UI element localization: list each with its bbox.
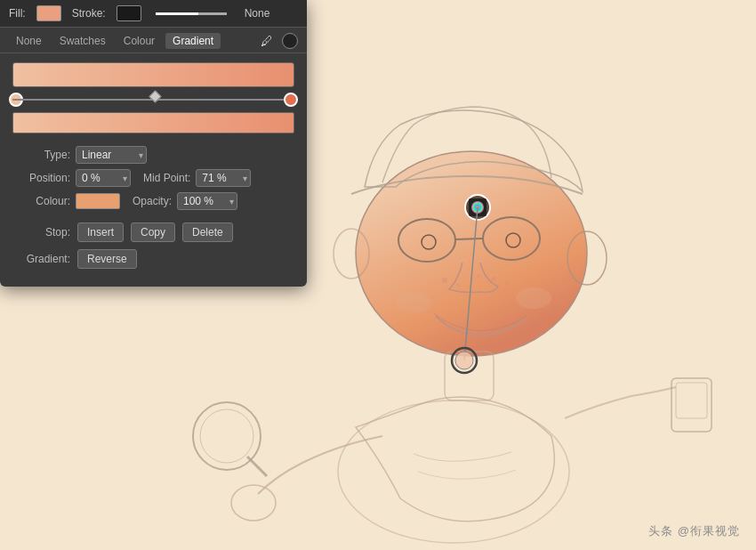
svg-point-22: [505, 281, 509, 285]
color-circle-icon[interactable]: [282, 33, 298, 49]
fill-label: Fill:: [9, 7, 26, 20]
gradient-preview-bar[interactable]: [12, 62, 294, 87]
position-midpoint-row: Position: 0 % 50 % 100 % Mid Point: 71 %…: [12, 169, 294, 187]
gradient-slider-line: [12, 99, 294, 101]
type-select-wrapper: Linear Radial: [76, 146, 147, 164]
insert-button[interactable]: Insert: [77, 222, 124, 242]
stroke-label: Stroke:: [72, 7, 106, 20]
gradient-panel: Fill: Stroke: None None Swatches Colour …: [0, 0, 307, 287]
gradient-midpoint-marker[interactable]: [149, 90, 161, 102]
position-select[interactable]: 0 % 50 % 100 %: [76, 169, 131, 187]
copy-button[interactable]: Copy: [131, 222, 175, 242]
tab-colour[interactable]: Colour: [117, 33, 162, 49]
opacity-select-wrapper: 100 % 50 % 0 %: [177, 192, 237, 210]
stroke-weight-slider[interactable]: [156, 12, 227, 15]
colour-label: Colour:: [12, 195, 70, 207]
reverse-button[interactable]: Reverse: [77, 249, 137, 269]
midpoint-select-wrapper: 71 % 50 %: [196, 169, 251, 187]
svg-point-20: [456, 283, 460, 287]
stroke-color-swatch[interactable]: [117, 5, 141, 21]
position-select-wrapper: 0 % 50 % 100 %: [76, 169, 131, 187]
svg-line-7: [455, 239, 483, 239]
delete-button[interactable]: Delete: [182, 222, 233, 242]
tab-gradient[interactable]: Gradient: [165, 33, 221, 49]
gradient-label: Gradient:: [12, 253, 70, 265]
svg-point-29: [455, 352, 473, 369]
gradient-preview-secondary: [12, 112, 294, 133]
midpoint-label: Mid Point:: [143, 172, 190, 184]
none-label: None: [245, 7, 270, 20]
position-label: Position:: [12, 172, 70, 184]
stop-row: Stop: Insert Copy Delete: [0, 219, 307, 246]
fill-color-swatch[interactable]: [36, 5, 61, 21]
gradient-row: Gradient: Reverse: [0, 246, 307, 276]
svg-point-21: [492, 277, 496, 281]
gradient-slider-track[interactable]: [12, 91, 294, 109]
opacity-select[interactable]: 100 % 50 % 0 %: [177, 192, 237, 210]
watermark: 头条 @衔果视觉: [648, 523, 740, 539]
colour-opacity-row: Colour: Opacity: 100 % 50 % 0 %: [12, 192, 294, 210]
eyedropper-icon[interactable]: 🖊: [259, 33, 275, 49]
svg-point-2: [356, 151, 587, 356]
svg-point-19: [442, 278, 447, 283]
svg-point-10: [396, 292, 431, 313]
type-row: Type: Linear Radial: [12, 146, 294, 164]
type-label: Type:: [12, 149, 70, 161]
tabs-row: None Swatches Colour Gradient 🖊: [0, 28, 307, 53]
type-select[interactable]: Linear Radial: [76, 146, 147, 164]
top-bar: Fill: Stroke: None: [0, 0, 307, 28]
midpoint-select[interactable]: 71 % 50 %: [196, 169, 251, 187]
colour-swatch[interactable]: [76, 193, 120, 209]
tab-none[interactable]: None: [9, 33, 49, 49]
gradient-stop-right[interactable]: [284, 93, 298, 107]
svg-point-11: [516, 287, 551, 309]
stop-label: Stop:: [12, 226, 70, 239]
tab-swatches[interactable]: Swatches: [52, 33, 113, 49]
opacity-label: Opacity:: [133, 195, 172, 207]
form-section: Type: Linear Radial Position: 0 % 50 % 1…: [0, 139, 307, 219]
svg-point-23: [477, 274, 480, 278]
gradient-preview-container: [0, 53, 307, 139]
